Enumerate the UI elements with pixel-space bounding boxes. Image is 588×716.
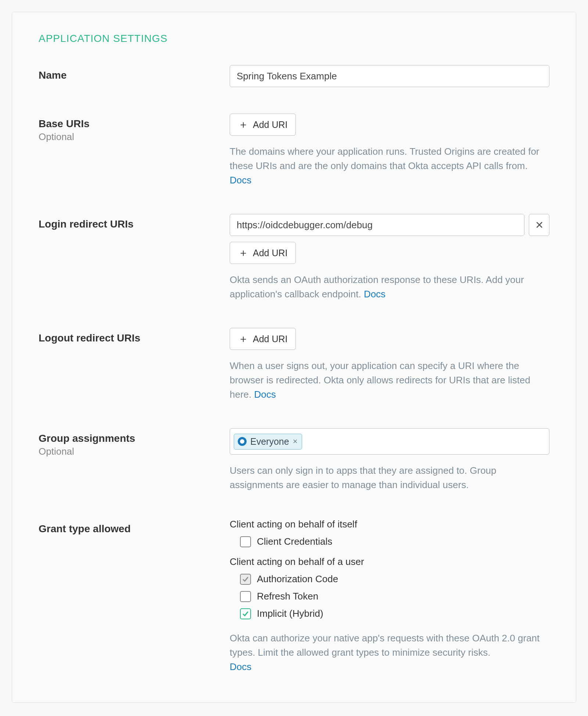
implicit-label: Implicit (Hybrid) — [257, 608, 323, 619]
group-pill-label: Everyone — [250, 436, 289, 447]
group-assignments-helper: Users can only sign in to apps that they… — [230, 463, 542, 492]
close-icon: ✕ — [535, 219, 544, 231]
add-login-redirect-label: Add URI — [253, 248, 287, 258]
row-grant-type: Grant type allowed Client acting on beha… — [39, 519, 549, 674]
check-icon — [242, 611, 249, 617]
plus-icon: ＋ — [238, 248, 248, 258]
grant-type-helper: Okta can authorize your native app's req… — [230, 631, 542, 674]
row-group-assignments: Group assignments Optional Everyone × Us… — [39, 428, 549, 492]
authorization-code-label: Authorization Code — [257, 573, 338, 585]
name-input[interactable] — [230, 65, 549, 87]
login-redirect-helper: Okta sends an OAuth authorization respon… — [230, 273, 542, 301]
login-redirect-docs-link[interactable]: Docs — [364, 289, 386, 300]
row-login-redirect: Login redirect URIs ✕ ＋ Add URI Okta sen… — [39, 214, 549, 301]
login-redirect-label: Login redirect URIs — [39, 218, 221, 231]
name-label: Name — [39, 69, 221, 82]
checkbox-refresh-token[interactable] — [240, 591, 251, 602]
checkbox-implicit[interactable] — [240, 608, 251, 619]
base-uris-helper: The domains where your application runs.… — [230, 144, 542, 187]
base-uris-label: Base URIs — [39, 117, 221, 130]
add-base-uri-label: Add URI — [253, 119, 287, 130]
checkbox-client-credentials[interactable] — [240, 536, 251, 547]
refresh-token-label: Refresh Token — [257, 591, 318, 602]
grant-self-label: Client acting on behalf of itself — [230, 519, 549, 530]
group-assignments-sublabel: Optional — [39, 446, 221, 457]
group-pill-everyone: Everyone × — [234, 434, 302, 450]
logout-redirect-helper: When a user signs out, your application … — [230, 359, 542, 402]
add-logout-redirect-label: Add URI — [253, 334, 287, 344]
application-settings-panel: APPLICATION SETTINGS Name Base URIs Opti… — [12, 12, 576, 703]
grant-type-docs-link[interactable]: Docs — [230, 661, 251, 672]
check-icon — [242, 576, 249, 583]
section-title: APPLICATION SETTINGS — [39, 33, 549, 44]
add-base-uri-button[interactable]: ＋ Add URI — [230, 114, 296, 136]
row-logout-redirect: Logout redirect URIs ＋ Add URI When a us… — [39, 328, 549, 402]
row-name: Name — [39, 65, 549, 87]
add-login-redirect-button[interactable]: ＋ Add URI — [230, 242, 296, 264]
add-logout-redirect-button[interactable]: ＋ Add URI — [230, 328, 296, 350]
client-credentials-label: Client Credentials — [257, 536, 332, 547]
grant-type-label: Grant type allowed — [39, 522, 221, 536]
base-uris-sublabel: Optional — [39, 131, 221, 143]
group-icon — [238, 437, 247, 446]
logout-redirect-label: Logout redirect URIs — [39, 332, 221, 345]
logout-redirect-docs-link[interactable]: Docs — [254, 389, 276, 400]
base-uris-docs-link[interactable]: Docs — [230, 175, 251, 186]
grant-user-label: Client acting on behalf of a user — [230, 556, 549, 568]
plus-icon: ＋ — [238, 334, 248, 344]
remove-pill-icon[interactable]: × — [293, 437, 298, 446]
group-assignments-input[interactable]: Everyone × — [230, 428, 549, 455]
remove-login-redirect-button[interactable]: ✕ — [529, 214, 549, 236]
plus-icon: ＋ — [238, 119, 248, 130]
checkbox-authorization-code — [240, 574, 251, 585]
group-assignments-label: Group assignments — [39, 432, 221, 445]
login-redirect-input[interactable] — [230, 214, 524, 236]
row-base-uris: Base URIs Optional ＋ Add URI The domains… — [39, 114, 549, 187]
